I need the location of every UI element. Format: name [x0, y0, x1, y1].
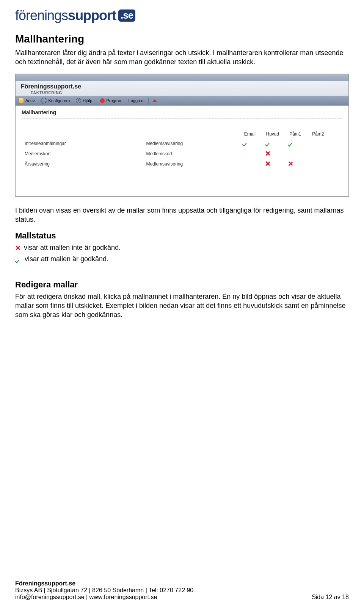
help-icon: ?	[76, 98, 81, 103]
menu-loggaut[interactable]: Logga ut	[126, 98, 148, 103]
screenshot-body: Mallhantering Email Huvud Påm1 Påm2	[16, 106, 348, 196]
table-row: MedlemskortMedlemskort	[22, 149, 342, 159]
status-line-tick: visar att mallen är godkänd.	[15, 254, 349, 263]
cross-icon	[288, 161, 303, 166]
home-icon	[152, 99, 157, 102]
menu-hjalp[interactable]: ?Hjälp	[73, 98, 95, 103]
after-image-paragraph: I bilden ovan visas en översikt av de ma…	[15, 206, 349, 224]
row-left[interactable]: Intresseanmälningar	[22, 139, 143, 148]
brand-logo: föreningssupport .se	[15, 8, 349, 24]
table-row: ÅrsaviseringMedlemsavisering	[22, 159, 342, 169]
tick-icon	[242, 140, 257, 146]
cross-icon	[265, 151, 280, 156]
footer-contact: info@foreningssupport.se | www.forenings…	[15, 594, 157, 601]
logo-part2: support	[68, 8, 116, 24]
screenshot: Föreningssupport.se FAKTURERING Arkiv Ko…	[15, 74, 349, 197]
page-title: Mallhantering	[15, 33, 349, 45]
tick-icon	[15, 257, 21, 262]
table-header-row: Email Huvud Påm1 Påm2	[22, 130, 342, 138]
row-mid[interactable]: Medlemsavisering	[144, 159, 239, 169]
table-row: IntresseanmälningarMedlemsavisering	[22, 139, 342, 148]
tick-icon	[265, 140, 280, 146]
screenshot-section-title: Mallhantering	[22, 109, 342, 115]
screenshot-subtitle: FAKTURERING	[31, 91, 343, 95]
cross-icon	[265, 161, 280, 166]
screenshot-header: Föreningssupport.se FAKTURERING	[16, 81, 348, 96]
screenshot-window-chrome	[16, 74, 348, 81]
menu-program[interactable]: Program	[97, 98, 125, 103]
footer-page-number: Sida 12 av 18	[312, 594, 349, 601]
redigera-paragraph: För att redigera önskad mall, klicka på …	[15, 292, 349, 320]
menu-arkiv[interactable]: Arkiv	[16, 98, 38, 103]
page-footer: Föreningssupport.se Bizsys AB | Sjötullg…	[15, 580, 349, 601]
toolbar-separator	[148, 98, 149, 104]
screenshot-brand: Föreningssupport.se	[21, 83, 343, 90]
screenshot-toolbar: Arkiv Konfigurera ?Hjälp Program Logga u…	[16, 96, 348, 106]
menu-konfigurera[interactable]: Konfigurera	[38, 98, 73, 104]
col-huvud: Huvud	[265, 131, 280, 137]
intro-paragraph: Mallhanteraren låter dig ändra på texter…	[15, 48, 349, 67]
menu-home[interactable]	[149, 99, 160, 102]
gear-icon	[41, 98, 47, 104]
heading-redigera: Redigera mallar	[15, 280, 349, 290]
cross-icon	[15, 245, 20, 251]
col-pam2: Påm2	[311, 131, 326, 137]
row-mid[interactable]: Medlemsavisering	[144, 139, 239, 148]
row-left[interactable]: Medlemskort	[22, 149, 143, 159]
user-icon	[100, 98, 105, 103]
logo-part1: förenings	[15, 8, 68, 24]
folder-icon	[19, 98, 24, 103]
templates-table: Email Huvud Påm1 Påm2 Intresseanmälninga…	[22, 129, 342, 170]
status-line-cross: visar att mallen inte är godkänd.	[15, 243, 349, 252]
col-email: Email	[242, 131, 257, 137]
footer-name: Föreningssupport.se	[15, 580, 349, 587]
row-mid[interactable]: Medlemskort	[144, 149, 239, 159]
heading-mallstatus: Mallstatus	[15, 231, 349, 241]
col-pam1: Påm1	[288, 131, 303, 137]
toolbar-separator	[96, 98, 96, 104]
row-left[interactable]: Årsavisering	[22, 159, 143, 169]
tick-icon	[288, 140, 303, 146]
logo-badge: .se	[118, 9, 135, 22]
dotted-divider	[22, 118, 342, 118]
footer-address: Bizsys AB | Sjötullgatan 72 | 826 50 Söd…	[15, 587, 349, 594]
